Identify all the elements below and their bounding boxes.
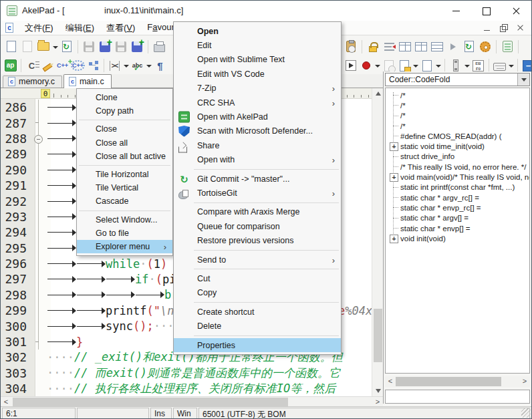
menu-item-tortoisegit[interactable]: TortoiseGit› <box>174 186 341 200</box>
collapse-button[interactable]: >< <box>107 58 122 73</box>
menu-item-create-shortcut[interactable]: Create shortcut <box>174 305 341 319</box>
menu-item-queue-for-comparison[interactable]: Queue for comparison <box>174 219 341 233</box>
tree-item-this-really-is-void-no-error-h[interactable]: /* This really IS void, no error here. *… <box>386 162 529 172</box>
tree-item-[interactable]: /* <box>386 121 529 131</box>
mdi-document-icon[interactable]: c <box>5 23 13 33</box>
refresh-document-button[interactable] <box>461 39 477 55</box>
horizontal-scroll-thumb[interactable] <box>13 398 288 406</box>
paste-date-button[interactable] <box>343 39 359 55</box>
recent-files-button[interactable] <box>381 58 396 73</box>
split-vertical-button[interactable] <box>413 39 429 55</box>
open-folder-button[interactable] <box>35 39 51 55</box>
scroll-down-button[interactable] <box>372 386 384 396</box>
spellcheck-dropdown-caret[interactable] <box>145 57 152 74</box>
menu-item-go-to-file[interactable]: Go to file <box>77 227 172 240</box>
menu-item-open[interactable]: Open <box>174 24 341 38</box>
mdi-minimize-button[interactable] <box>482 23 493 33</box>
menu-item-open-with[interactable]: Open with› <box>174 153 341 167</box>
plugin-selector-combobox[interactable]: Coder::CodeFold <box>385 73 530 86</box>
record-macro-button[interactable] <box>358 58 374 73</box>
save-as-button[interactable] <box>97 39 113 55</box>
scroll-up-button[interactable] <box>372 88 384 99</box>
scrollbar-settings-button[interactable] <box>448 58 463 73</box>
save-button[interactable] <box>81 39 97 55</box>
cpp-rescan-button[interactable]: C++ <box>70 58 86 73</box>
highlighter-button[interactable] <box>39 58 55 73</box>
menu-item-edit-with-vs-code[interactable]: Edit with VS Code <box>174 67 341 81</box>
tree-item-[interactable]: /* <box>386 111 529 121</box>
hex-view-button[interactable]: EB F0 <box>471 58 486 73</box>
maximize-button[interactable] <box>471 1 501 21</box>
expand-plus-icon[interactable] <box>386 233 400 243</box>
reopen-file-button[interactable] <box>19 39 35 55</box>
menu-item-tile-horizontal[interactable]: Tile Horizontal <box>77 168 172 181</box>
scroll-right-button[interactable]: > <box>372 397 383 407</box>
spellcheck-button[interactable]: abc <box>130 58 145 73</box>
cpp-insert-button[interactable]: C++ <box>55 58 70 73</box>
menu-item-tile-vertical[interactable]: Tile Vertical <box>77 181 172 194</box>
menu-item-copy[interactable]: Copy <box>174 286 341 300</box>
menu-item-cascade[interactable]: Cascade <box>77 194 172 208</box>
akelpad-plugin-button[interactable]: ap <box>3 58 18 73</box>
panel-scroll-thumb[interactable] <box>396 377 501 386</box>
menu-item-close-all-but-active[interactable]: Close all but active <box>77 150 172 163</box>
menu-edit[interactable]: 编辑(E) <box>59 21 100 35</box>
panel-bottom-box[interactable] <box>385 390 530 404</box>
menu-item-git-commit-master[interactable]: ↻Git Commit -> "master"... <box>174 172 341 186</box>
locked-document-button[interactable] <box>396 58 412 73</box>
fold-collapse-icon[interactable] <box>31 131 47 146</box>
new-file-button[interactable] <box>3 39 19 55</box>
panel-scroll-right-button[interactable]: > <box>519 376 530 386</box>
editor-vertical-scrollbar[interactable] <box>372 88 383 396</box>
tree-item-static-void-time-init-void[interactable]: static void time_init(void) <box>386 141 529 151</box>
document-button[interactable] <box>419 58 434 73</box>
menu-item-open-with-akelpad[interactable]: Open with AkelPad <box>174 110 341 124</box>
tree-item-static-char-argv-rc[interactable]: static char * argv_rc[] = <box>386 192 529 202</box>
tab-main-c[interactable]: cmain.c <box>63 74 112 88</box>
menu-item-delete[interactable]: Delete <box>174 319 341 333</box>
menu-item-close[interactable]: Close <box>77 122 172 136</box>
menu-file[interactable]: 文件(F) <box>19 21 59 35</box>
save-all-button[interactable] <box>129 39 145 55</box>
menu-item-7-zip[interactable]: 7-Zip› <box>174 82 341 96</box>
tree-item-static-char-envp[interactable]: static char * envp[] = <box>386 223 529 233</box>
pilcrow-button[interactable]: ¶ <box>152 58 168 73</box>
reload-file-button[interactable] <box>59 39 75 55</box>
menu-item-clone[interactable]: Clone <box>77 91 172 104</box>
menu-item-close-all[interactable]: Close all <box>77 136 172 150</box>
menu-item-explorer-menu[interactable]: Explorer menu› <box>77 240 172 253</box>
print-button[interactable] <box>151 39 167 55</box>
minimize-button[interactable] <box>441 1 471 21</box>
menu-item-edit[interactable]: Edit <box>174 38 341 52</box>
menu-item-send-to[interactable]: Send to› <box>174 253 341 267</box>
mdi-close-button[interactable] <box>515 23 526 33</box>
tree-item-void-init-void[interactable]: void init(void) <box>386 233 529 243</box>
tree-item-[interactable]: /* <box>386 100 529 110</box>
collapse-dropdown-caret[interactable] <box>122 57 130 74</box>
play-button[interactable] <box>445 39 461 55</box>
menu-item-select-window[interactable]: Select Window... <box>77 213 172 227</box>
tree-item-[interactable]: /* <box>386 90 529 100</box>
menu-item-cut[interactable]: Cut <box>174 271 341 285</box>
mdi-restore-button[interactable] <box>499 23 509 33</box>
codefold-treebox[interactable]: /*/*/*/*#define CMOS_READ(addr) (static … <box>385 88 530 374</box>
menu-view[interactable]: 查看(V) <box>100 21 141 35</box>
vertical-scroll-thumb[interactable] <box>374 309 382 362</box>
tree-item-static-char-argv[interactable]: static char * argv[] = <box>386 213 529 223</box>
run-plugin-button[interactable] <box>343 58 358 73</box>
split-window-4-button[interactable] <box>397 39 413 55</box>
menu-item-copy-path[interactable]: Copy path <box>77 104 172 118</box>
combobox-dropdown-button[interactable] <box>517 74 529 86</box>
resize-grip[interactable] <box>521 408 531 418</box>
close-button[interactable] <box>501 1 531 21</box>
split-horizontal-button[interactable] <box>429 39 445 55</box>
tab-memory-c[interactable]: cmemory.c <box>3 76 62 88</box>
encoding-button[interactable]: C <box>24 58 39 73</box>
tree-item-struct-drive-info[interactable]: struct drive_info <box>386 152 529 162</box>
save-copy-button[interactable] <box>113 39 129 55</box>
scroll-left-button[interactable]: < <box>1 397 11 407</box>
expand-plus-icon[interactable] <box>386 172 400 182</box>
open-dropdown-caret[interactable] <box>51 39 59 55</box>
akelpad-notes-button[interactable] <box>499 39 515 55</box>
panel-minimize-button[interactable]: − <box>521 58 532 73</box>
